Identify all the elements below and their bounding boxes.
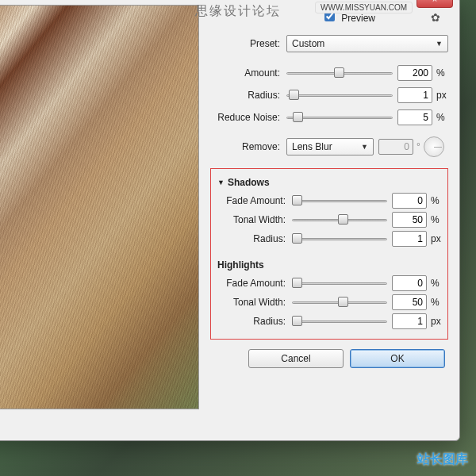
- hl-radius-unit: px: [427, 316, 443, 327]
- hl-fade-unit: %: [427, 278, 443, 289]
- radius-label: Radius:: [210, 90, 286, 101]
- gear-icon[interactable]: ✿: [431, 11, 443, 24]
- hl-tonal-input[interactable]: [392, 294, 427, 310]
- triangle-down-icon: ▼: [217, 178, 225, 186]
- chevron-down-icon: ▼: [361, 143, 368, 151]
- angle-wheel[interactable]: [424, 136, 444, 157]
- sh-radius-input[interactable]: [392, 231, 427, 247]
- remove-value: Lens Blur: [292, 141, 332, 152]
- hl-tonal-unit: %: [427, 297, 443, 308]
- sh-tonal-unit: %: [427, 214, 443, 225]
- shadows-header[interactable]: ▼ Shadows: [217, 177, 443, 188]
- remove-label: Remove:: [210, 141, 286, 152]
- highlights-header: Highlights: [217, 259, 443, 271]
- amount-label: Amount:: [210, 67, 286, 79]
- preset-label: Preset:: [210, 38, 286, 49]
- hl-radius-label: Radius:: [216, 316, 292, 327]
- degree-label: °: [413, 141, 424, 152]
- sh-radius-label: Radius:: [216, 233, 292, 244]
- noise-label: Reduce Noise:: [210, 112, 286, 123]
- sh-fade-input[interactable]: [392, 193, 427, 209]
- shadows-title: Shadows: [228, 177, 270, 188]
- hl-fade-input[interactable]: [392, 275, 427, 291]
- amount-unit: %: [432, 67, 448, 79]
- radius-unit: px: [432, 90, 448, 101]
- sh-radius-unit: px: [427, 233, 443, 244]
- sh-tonal-input[interactable]: [392, 212, 427, 228]
- hl-tonal-label: Tonal Width:: [216, 297, 292, 308]
- radius-slider[interactable]: [286, 88, 393, 102]
- sh-fade-unit: %: [427, 195, 443, 206]
- amount-slider[interactable]: [286, 66, 393, 80]
- sh-tonal-slider[interactable]: [292, 213, 387, 227]
- chevron-down-icon: ▼: [436, 40, 443, 48]
- preset-value: Custom: [292, 38, 324, 49]
- watermark-top: 思缘设计论坛: [195, 3, 281, 20]
- dialog-window: × − 50% + Preview ✿ P: [0, 0, 460, 441]
- ok-button[interactable]: OK: [350, 349, 445, 368]
- shadows-highlights-box: ▼ Shadows Fade Amount: % Tonal Width: %: [210, 168, 448, 340]
- noise-slider[interactable]: [286, 110, 393, 125]
- remove-dropdown[interactable]: Lens Blur ▼: [286, 138, 374, 155]
- watermark-bottom: 站长图库: [417, 451, 468, 468]
- remove-angle-input: [378, 139, 413, 155]
- preview-label: Preview: [341, 13, 375, 24]
- close-button[interactable]: ×: [416, 0, 453, 8]
- highlights-title: Highlights: [217, 259, 264, 271]
- preview-image[interactable]: [0, 5, 199, 409]
- noise-unit: %: [432, 112, 448, 123]
- watermark-url: WWW.MISSYUAN.COM: [315, 2, 413, 13]
- hl-radius-input[interactable]: [392, 313, 427, 329]
- radius-input[interactable]: [397, 87, 432, 103]
- preset-dropdown[interactable]: Custom ▼: [286, 35, 448, 52]
- preview-pane: − 50% +: [0, 5, 199, 432]
- sh-radius-slider[interactable]: [292, 232, 387, 246]
- sh-tonal-label: Tonal Width:: [216, 214, 292, 225]
- sh-fade-label: Fade Amount:: [216, 195, 292, 206]
- hl-fade-label: Fade Amount:: [216, 278, 292, 289]
- cancel-button[interactable]: Cancel: [248, 349, 344, 368]
- hl-tonal-slider[interactable]: [292, 295, 387, 309]
- hl-fade-slider[interactable]: [292, 276, 387, 290]
- amount-input[interactable]: [397, 65, 432, 81]
- sh-fade-slider[interactable]: [292, 194, 387, 208]
- hl-radius-slider[interactable]: [292, 314, 387, 328]
- noise-input[interactable]: [397, 109, 432, 125]
